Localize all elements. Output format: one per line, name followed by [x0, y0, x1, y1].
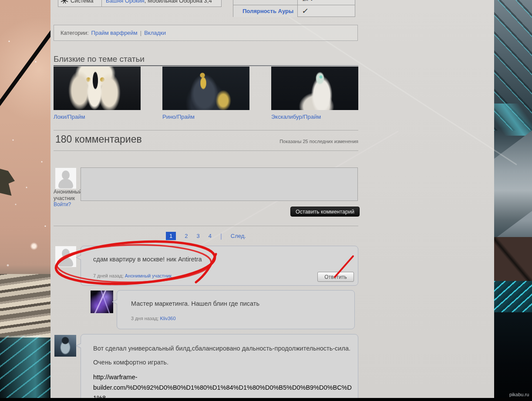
pikabu-watermark: pikabu.ru	[509, 392, 529, 397]
comment-input[interactable]	[81, 167, 358, 201]
right-background-art	[494, 0, 532, 401]
comment-bubble: сдам квартиру в москве! ник Antiretra 7 …	[81, 246, 358, 286]
related-title-rule	[54, 65, 358, 66]
aura-polarity-icon: ✓	[302, 7, 309, 15]
anonymous-avatar-icon	[55, 246, 76, 267]
page-1-active[interactable]: 1	[166, 232, 176, 240]
cyan-glow-decoration	[494, 104, 532, 136]
polarity-icon: ✓	[309, 0, 317, 3]
system-icon	[61, 0, 68, 3]
related-thumbnail-rhino-prime[interactable]	[162, 67, 249, 110]
category-link-prime-warframe[interactable]: Прайм варфрейм	[91, 30, 138, 36]
metal-beams-decoration	[0, 274, 51, 338]
related-link-excalibur-prime[interactable]: Экскалибур/Прайм	[271, 114, 321, 120]
wiki-page: Система Башня Орокин, Мобильная Оборона …	[0, 0, 532, 401]
related-link-loki-prime[interactable]: Локи/Прайм	[54, 114, 85, 120]
user-avatar-kliv360[interactable]	[91, 291, 113, 313]
system-label: Система	[71, 0, 93, 4]
divider	[54, 150, 358, 151]
related-link-rhino-prime[interactable]: Рино/Прайм	[162, 114, 195, 120]
categories-separator: |	[140, 30, 141, 36]
page-3-link[interactable]: 3	[196, 233, 199, 239]
left-background-art	[0, 0, 51, 401]
infobox-system-row: Система Башня Орокин, Мобильная Оборона …	[58, 0, 222, 7]
related-thumbnail-loki-prime[interactable]	[54, 67, 141, 110]
next-page-link[interactable]: След.	[231, 233, 246, 239]
comment-text-line: Очень комфортно играть.	[93, 359, 168, 366]
teal-hatch-decoration	[494, 281, 532, 314]
pagination-divider: |	[220, 232, 222, 240]
category-link-tabs[interactable]: Вкладки	[144, 30, 166, 36]
light-wedge-decoration	[494, 130, 532, 239]
comment-text-line: Вот сделал универсальный билд,сбалансиро…	[93, 345, 350, 352]
tower-orokin-link[interactable]: Башня Орокин	[106, 0, 145, 4]
comments-pagination: 1 2 3 4 | След.	[54, 232, 358, 240]
categories-bar: Категории: Прайм варфрейм | Вкладки	[54, 25, 358, 41]
dark-panel-decoration	[494, 312, 532, 401]
teal-glow-decoration	[0, 336, 51, 401]
submit-comment-button[interactable]: Оставить комментарий	[290, 207, 360, 217]
comments-shown-note: Показаны 25 последних изменения	[54, 139, 358, 144]
divider	[54, 130, 358, 130]
page-2-link[interactable]: 2	[185, 233, 188, 239]
aura-polarity-link[interactable]: Полярность Ауры	[242, 8, 293, 14]
anonymous-avatar-icon	[55, 168, 76, 189]
reply-button[interactable]: Ответить	[317, 272, 354, 282]
comment-meta: 7 дней назад; Анонимный участник	[93, 273, 172, 278]
login-link[interactable]: Войти?	[54, 201, 71, 207]
categories-label: Категории:	[61, 30, 89, 36]
bottom-black-bar	[0, 398, 532, 401]
system-value: , Мобильная Оборона 3,4	[145, 0, 212, 4]
infobox-aura-table: 1x ✓ Полярность Ауры ✓	[233, 0, 355, 17]
comment-meta: 3 дня назад; Kliv360	[131, 316, 176, 321]
user-avatar[interactable]	[54, 335, 76, 357]
comment-author-link[interactable]: Анонимный участник	[125, 273, 172, 278]
related-thumbnail-excalibur-prime[interactable]	[271, 67, 358, 110]
comment-bubble: Мастер маркетинга. Нашел блин где писать…	[117, 290, 355, 329]
aura-multiplier: 1x	[302, 0, 308, 2]
divider	[54, 226, 358, 226]
comment-text: Мастер маркетинга. Нашел блин где писать	[131, 300, 259, 307]
related-articles-title: Близкие по теме статьи	[54, 54, 145, 64]
comment-bubble: Вот сделал универсальный билд,сбалансиро…	[81, 334, 358, 401]
anonymous-user-label: Анонимный участник	[54, 189, 81, 202]
warframe-builder-link[interactable]: http://warframe- builder.com/%D0%92%D0%B…	[93, 372, 355, 401]
aura-count-header	[233, 0, 298, 5]
comment-author-link[interactable]: Kliv360	[160, 316, 175, 321]
brown-panel-decoration	[494, 237, 532, 284]
page-4-link[interactable]: 4	[209, 233, 212, 239]
comment-text: сдам квартиру в москве! ник Antiretra	[93, 256, 202, 263]
